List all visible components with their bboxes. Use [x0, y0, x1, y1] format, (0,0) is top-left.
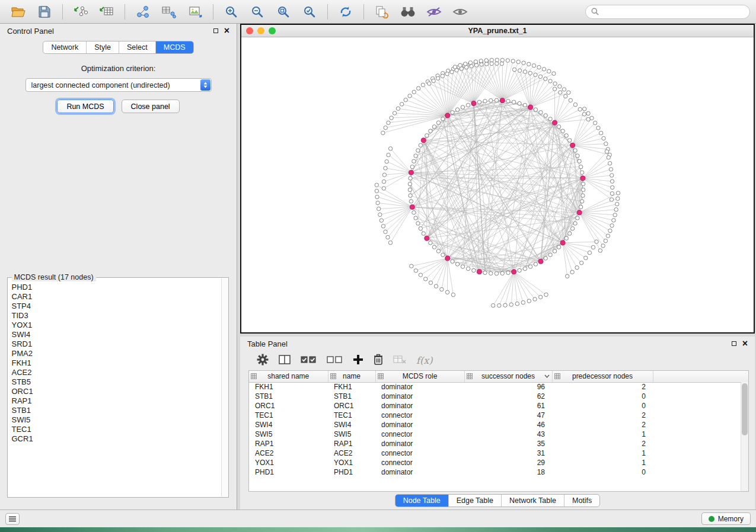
result-node-car1[interactable]: CAR1: [9, 292, 221, 302]
result-node-yox1[interactable]: YOX1: [9, 321, 221, 330]
column-header-predecessor-nodes[interactable]: predecessor nodes: [552, 371, 653, 382]
close-window-icon[interactable]: [246, 27, 253, 34]
copy-network-button[interactable]: [369, 2, 394, 21]
optimization-criterion-select[interactable]: largest connected component (undirected): [25, 78, 212, 92]
table-panel: Table Panel ×: [240, 336, 755, 509]
import-table-button[interactable]: [94, 2, 119, 21]
search-input[interactable]: [602, 8, 744, 16]
table-row-phd1[interactable]: PHD1PHD1dominator180: [249, 467, 748, 477]
result-node-tid3[interactable]: TID3: [9, 311, 221, 321]
table-row-stb1[interactable]: STB1STB1dominator620: [249, 392, 748, 401]
close-panel-icon[interactable]: ×: [224, 27, 229, 34]
search-box[interactable]: [585, 5, 750, 19]
result-node-ace2[interactable]: ACE2: [9, 368, 221, 377]
deselect-all-button[interactable]: [327, 355, 343, 366]
float-panel-icon[interactable]: [213, 28, 218, 33]
column-header-MCDS-role[interactable]: MCDS role: [375, 371, 464, 382]
zoom-in-icon: [225, 5, 238, 18]
zoom-selected-button[interactable]: [297, 2, 322, 21]
column-header-shared-name[interactable]: shared name: [249, 371, 328, 382]
show-button[interactable]: [448, 2, 473, 21]
table-row-yox1[interactable]: YOX1YOX1connector291: [249, 458, 748, 467]
table-row-orc1[interactable]: ORC1ORC1dominator610: [249, 401, 748, 411]
memory-button[interactable]: Memory: [701, 512, 751, 525]
selected-criterion: largest connected component (undirected): [31, 81, 170, 89]
new-network-button[interactable]: [130, 2, 155, 21]
control-panel-header: Control Panel ×: [0, 24, 237, 38]
add-column-button[interactable]: [353, 354, 363, 367]
result-node-pma2[interactable]: PMA2: [9, 349, 221, 358]
network-canvas[interactable]: [241, 37, 754, 332]
column-header-name[interactable]: name: [328, 371, 375, 382]
zoom-fit-button[interactable]: [271, 2, 296, 21]
save-session-button[interactable]: [32, 2, 57, 21]
result-node-phd1[interactable]: PHD1: [9, 283, 221, 292]
refresh-button[interactable]: [333, 2, 358, 21]
tab-mcds[interactable]: MCDS: [156, 41, 193, 53]
tab-select[interactable]: Select: [119, 41, 156, 53]
result-node-gcr1[interactable]: GCR1: [9, 434, 221, 444]
result-node-fkh1[interactable]: FKH1: [9, 358, 221, 368]
float-panel-icon[interactable]: [732, 341, 736, 346]
show-columns-button[interactable]: [279, 354, 291, 367]
table-settings-button[interactable]: [257, 354, 269, 368]
tab-node-table[interactable]: Node Table: [395, 495, 449, 507]
stepper-icon: [200, 79, 210, 91]
zoom-out-icon: [251, 5, 264, 18]
run-mcds-button[interactable]: Run MCDS: [57, 100, 113, 113]
close-panel-button[interactable]: Close panel: [122, 100, 180, 113]
result-scrollbar[interactable]: [221, 278, 228, 496]
result-node-stb5[interactable]: STB5: [9, 377, 221, 387]
table-body: FKH1FKH1dominator962STB1STB1dominator620…: [249, 382, 748, 477]
table-row-swi5[interactable]: SWI5SWI5connector431: [249, 430, 748, 439]
main-area: Control Panel × NetworkStyleSelectMCDS O…: [0, 24, 756, 509]
tab-style[interactable]: Style: [87, 41, 119, 53]
open-folder-icon: [11, 6, 25, 18]
table-row-swi4[interactable]: SWI4SWI4dominator462: [249, 420, 748, 430]
table-grid-icon: [378, 373, 384, 379]
find-button[interactable]: [395, 2, 420, 21]
zoom-out-button[interactable]: [245, 2, 270, 21]
list-icon: [9, 516, 16, 522]
zoom-in-button[interactable]: [219, 2, 244, 21]
zoom-selected-icon: [303, 5, 316, 18]
table-scrollbar[interactable]: [741, 382, 748, 491]
open-session-button[interactable]: [6, 2, 31, 21]
maximize-window-icon[interactable]: [269, 27, 276, 34]
table-grid-icon: [554, 373, 560, 379]
mcds-result-box: MCDS result (17 nodes) PHD1CAR1STP4TID3Y…: [7, 277, 229, 498]
result-node-swi5[interactable]: SWI5: [9, 415, 221, 425]
tab-motifs[interactable]: Motifs: [564, 495, 599, 507]
table-row-ace2[interactable]: ACE2ACE2connector311: [249, 448, 748, 458]
minimize-window-icon[interactable]: [257, 27, 264, 34]
node-table: shared namenameMCDS rolesuccessor nodesp…: [248, 370, 749, 492]
network-from-table-button[interactable]: [157, 2, 181, 21]
result-node-rap1[interactable]: RAP1: [9, 396, 221, 406]
result-node-stp4[interactable]: STP4: [9, 302, 221, 311]
table-row-tec1[interactable]: TEC1TEC1connector472: [249, 411, 748, 420]
result-node-tec1[interactable]: TEC1: [9, 425, 221, 434]
result-node-swi4[interactable]: SWI4: [9, 330, 221, 339]
desktop-background: [0, 527, 756, 532]
select-all-button[interactable]: [301, 355, 317, 366]
hide-button[interactable]: [422, 2, 446, 21]
export-image-button[interactable]: [183, 2, 208, 21]
status-menu-button[interactable]: [5, 513, 20, 525]
tab-network[interactable]: Network: [43, 41, 87, 53]
scrollbar-thumb[interactable]: [742, 383, 748, 435]
table-row-rap1[interactable]: RAP1RAP1dominator352: [249, 439, 748, 448]
close-panel-icon[interactable]: ×: [742, 340, 748, 347]
tab-network-table[interactable]: Network Table: [502, 495, 564, 507]
status-bar: Memory: [0, 509, 756, 527]
hide-eye-slash-icon: [426, 6, 442, 18]
find-binoculars-icon: [400, 6, 416, 18]
import-network-button[interactable]: [68, 2, 93, 21]
column-header-successor-nodes[interactable]: successor nodes: [464, 371, 552, 382]
result-node-orc1[interactable]: ORC1: [9, 387, 221, 396]
delete-column-button[interactable]: [374, 354, 383, 367]
table-row-fkh1[interactable]: FKH1FKH1dominator962: [249, 382, 748, 392]
result-node-srd1[interactable]: SRD1: [9, 339, 221, 349]
result-node-stb1[interactable]: STB1: [9, 406, 221, 415]
tab-edge-table[interactable]: Edge Table: [449, 495, 502, 507]
mcds-result-title: MCDS result (17 nodes): [12, 273, 96, 281]
